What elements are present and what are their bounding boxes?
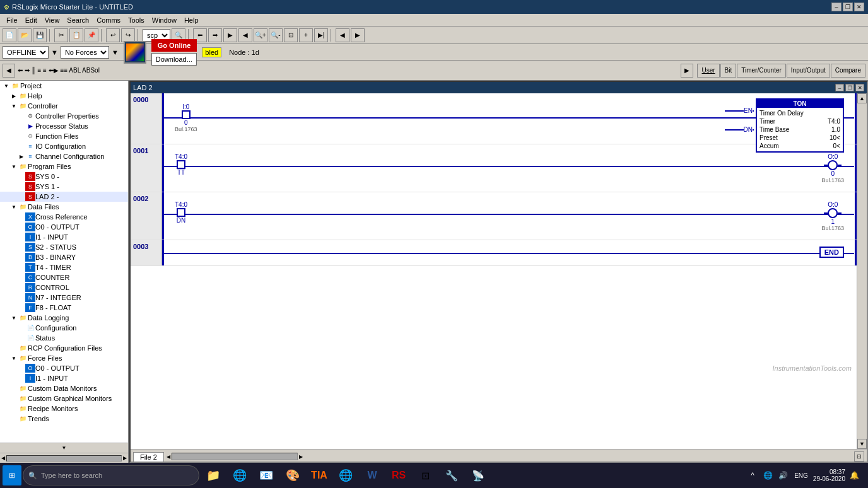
tree-item-trends[interactable]: 📁 Trends <box>0 414 128 424</box>
h-scroll-right[interactable]: ▶ <box>299 454 303 460</box>
lad-minimize-btn[interactable]: – <box>835 84 844 91</box>
tree-item-help[interactable]: ▶ 📁 Help <box>0 91 128 101</box>
tree-item-binary[interactable]: B B3 - BINARY <box>0 252 128 262</box>
taskbar-app-word[interactable]: W <box>360 464 385 487</box>
open-button[interactable]: 📂 <box>18 28 32 42</box>
tree-item-recipe[interactable]: 📁 Recipe Monitors <box>0 404 128 414</box>
tree-item-custom-graphical[interactable]: 📁 Custom Graphical Monitors <box>0 393 128 404</box>
tree-item-input[interactable]: I I1 - INPUT <box>0 232 128 242</box>
tree-item-force-output[interactable]: O O0 - OUTPUT <box>0 363 128 373</box>
notification-icon[interactable]: 🔔 <box>848 469 860 482</box>
menu-file[interactable]: File <box>3 15 21 25</box>
tree-item-output[interactable]: O O0 - OUTPUT <box>0 222 128 232</box>
tree-item-sys1[interactable]: S SYS 1 - <box>0 182 128 192</box>
menu-help[interactable]: Help <box>180 15 202 25</box>
tree-item-force-files[interactable]: ▼ 📁 Force Files <box>0 353 128 363</box>
tree-item-force-input[interactable]: I I1 - INPUT <box>0 373 128 383</box>
tree-item-lad2[interactable]: S LAD 2 - <box>0 192 128 202</box>
taskbar-app-extra1[interactable]: ⊡ <box>413 464 438 487</box>
tree-item-status[interactable]: S S2 - STATUS <box>0 242 128 252</box>
scroll-down-btn[interactable]: ▼ <box>857 439 867 449</box>
file2-tab[interactable]: File 2 <box>133 452 164 462</box>
tree-item-control[interactable]: R CONTROL <box>0 282 128 293</box>
taskbar-app-rslogix[interactable]: RS <box>386 464 411 487</box>
tree-item-rcp-config[interactable]: 📁 RCP Configuration Files <box>0 343 128 353</box>
tab-user[interactable]: User <box>697 64 719 78</box>
go-online-button[interactable]: Go Online <box>151 39 197 52</box>
tab-timer-counter[interactable]: Timer/Counter <box>737 64 786 78</box>
tree-item-program-files[interactable]: ▼ 📁 Program Files <box>0 161 128 171</box>
tree-item-function-files[interactable]: ⚙ Function Files <box>0 131 128 141</box>
taskbar-app-tia[interactable]: TIA <box>307 464 332 487</box>
tab-compare[interactable]: Compare <box>831 64 865 78</box>
zoom-in[interactable]: 🔍+ <box>254 28 267 42</box>
tree-item-custom-data[interactable]: 📁 Custom Data Monitors <box>0 383 128 393</box>
tb-btn3[interactable]: ▶ <box>223 28 237 42</box>
restore-button[interactable]: ❐ <box>843 3 853 11</box>
copy-button[interactable]: 📋 <box>69 28 83 42</box>
tree-item-controller-props[interactable]: ⚙ Controller Properties <box>0 111 128 121</box>
zoom-fit[interactable]: ⊡ <box>284 28 298 42</box>
tb-btn4[interactable]: ◀ <box>238 28 252 42</box>
h-scroll-left[interactable]: ◀ <box>167 454 170 460</box>
close-button[interactable]: ✕ <box>854 3 864 11</box>
add-button[interactable]: + <box>299 28 313 42</box>
menu-window[interactable]: Window <box>148 15 180 25</box>
expand-left-btn[interactable]: ◀ <box>3 64 15 78</box>
search-bar[interactable]: 🔍 Type here to search <box>23 465 199 485</box>
menu-tools[interactable]: Tools <box>124 15 148 25</box>
menu-comms[interactable]: Comms <box>93 15 124 25</box>
forces-combo[interactable]: No Forces <box>61 46 109 59</box>
paste-button[interactable]: 📌 <box>85 28 98 42</box>
clock[interactable]: 08:37 29-06-2020 <box>813 468 845 482</box>
expand-right-btn[interactable]: ▶ <box>681 64 693 78</box>
tree-item-data-files[interactable]: ▼ 📁 Data Files <box>0 202 128 212</box>
menu-search[interactable]: Search <box>63 15 93 25</box>
tree-item-counter[interactable]: C COUNTER <box>0 272 128 282</box>
menu-view[interactable]: View <box>41 15 64 25</box>
taskbar-app-extra3[interactable]: 📡 <box>466 464 491 487</box>
lad-v-scrollbar[interactable]: ▲ ▼ <box>857 93 867 449</box>
tree-item-io-config[interactable]: ≡ IO Configuration <box>0 141 128 151</box>
tree-scroll-bar[interactable]: ▼ <box>0 443 128 453</box>
taskbar-app-mail[interactable]: 📧 <box>254 464 279 487</box>
taskbar-app-edge[interactable]: 🌐 <box>227 464 252 487</box>
tree-item-float[interactable]: F F8 - FLOAT <box>0 303 128 313</box>
redo-button[interactable]: ↪ <box>121 28 135 42</box>
tab-input-output[interactable]: Input/Output <box>787 64 830 78</box>
tree-h-scrollbar[interactable]: ◀ ▶ <box>0 453 128 463</box>
tree-item-data-logging[interactable]: ▼ 📁 Data Logging <box>0 313 128 323</box>
tree-item-sys0[interactable]: S SYS 0 - <box>0 171 128 182</box>
tab-bit[interactable]: Bit <box>720 64 737 78</box>
menu-edit[interactable]: Edit <box>21 15 41 25</box>
tree-item-configuration[interactable]: 📄 Configuration <box>0 323 128 333</box>
nav-fwd[interactable]: ▶| <box>314 28 328 42</box>
lad-h-scrollbar[interactable]: ◀ ▶ <box>167 451 303 462</box>
tree-item-integer[interactable]: N N7 - INTEGER <box>0 293 128 303</box>
tree-item-channel-config[interactable]: ▶ ≡ Channel Configuration <box>0 151 128 161</box>
tree-item-project[interactable]: ▼ 📁 Project <box>0 81 128 91</box>
taskbar-app-chrome[interactable]: 🌐 <box>333 464 358 487</box>
tree-item-controller[interactable]: ▼ 📁 Controller <box>0 101 128 111</box>
save-button[interactable]: 💾 <box>33 28 47 42</box>
download-button[interactable]: Download... <box>151 53 197 66</box>
taskbar-app-fileexplorer[interactable]: 📁 <box>201 464 226 487</box>
sys-icon-volume[interactable]: 🔊 <box>777 469 789 482</box>
tree-item-processor-status[interactable]: ▶ Processor Status <box>0 121 128 131</box>
tree-item-timer[interactable]: T T4 - TIMER <box>0 262 128 272</box>
corner-btn[interactable]: ⊡ <box>854 451 864 462</box>
new-button[interactable]: 📄 <box>3 28 16 42</box>
back-button[interactable]: ◀ <box>336 28 349 42</box>
fwd-button[interactable]: ▶ <box>351 28 365 42</box>
sys-icon-network[interactable]: 🌐 <box>761 469 774 482</box>
minimize-button[interactable]: – <box>831 3 842 11</box>
lad-restore-btn[interactable]: ❐ <box>845 84 854 91</box>
sys-icon-chevron[interactable]: ^ <box>746 469 759 482</box>
zoom-out[interactable]: 🔍- <box>269 28 283 42</box>
tree-item-cross-ref[interactable]: X Cross Reference <box>0 212 128 222</box>
taskbar-app-extra2[interactable]: 🔧 <box>439 464 464 487</box>
cut-button[interactable]: ✂ <box>54 28 68 42</box>
lad-close-btn[interactable]: ✕ <box>855 84 864 91</box>
tree-item-data-status[interactable]: 📄 Status <box>0 333 128 343</box>
lad-scroll-area[interactable]: 0000 I:0 <box>131 93 857 449</box>
